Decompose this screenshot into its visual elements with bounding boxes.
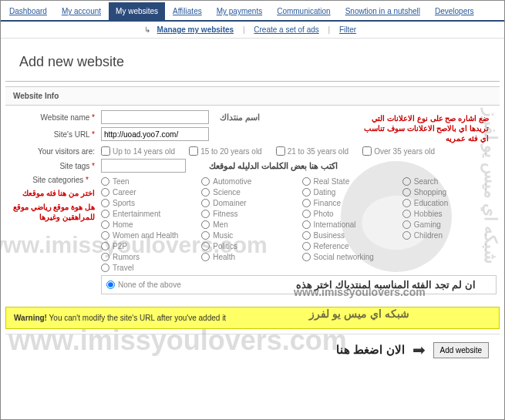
tab-developers[interactable]: Developers [428, 2, 481, 20]
cat-dating[interactable]: Dating [302, 188, 396, 197]
form-area: Website name * اسم منتداك Site's URL * ض… [1, 106, 504, 302]
cat-domainer[interactable]: Domainer [201, 199, 295, 207]
cat-travel[interactable]: Travel [101, 264, 195, 272]
cat-science[interactable]: Science [201, 188, 295, 197]
label-site-url: Site's URL * [8, 130, 101, 139]
cat-children[interactable]: Children [402, 231, 497, 240]
label-ar-sports: هل هوة موقع رياضي موقع للمراهقين وغيرها [8, 202, 95, 222]
ann-red-note: ضع اشاره صح على نوع الاعلانات التي تريده… [350, 110, 497, 146]
tab-my-account[interactable]: My account [55, 2, 108, 20]
age-35plus[interactable]: Over 35 years old [362, 146, 435, 156]
cat-politics[interactable]: Politics [201, 242, 295, 250]
tab-communication[interactable]: Communication [270, 2, 337, 20]
label-visitors: Your visitors are: [8, 147, 101, 156]
cat-reference[interactable]: Reference [302, 242, 396, 250]
cat-education[interactable]: Education [402, 199, 497, 207]
cat-women-and-health[interactable]: Women and Health [101, 231, 195, 240]
cat-sports[interactable]: Sports [101, 199, 195, 207]
subnav-filter[interactable]: Filter [339, 25, 356, 34]
nav-tabs: Dashboard My account My websites Affilia… [1, 1, 504, 22]
age-15-20[interactable]: 15 to 20 years old [189, 146, 262, 156]
page-title: Add new website [5, 43, 500, 82]
label-site-cats: Site categories * [8, 176, 95, 184]
tab-dashboard[interactable]: Dashboard [2, 2, 54, 20]
categories-grid: TeenCareerSportsEntertainmentHomeWomen a… [101, 177, 497, 272]
cat-automotive[interactable]: Automotive [201, 177, 295, 186]
subnav-create[interactable]: Create a set of ads [254, 25, 319, 34]
cat-photo[interactable]: Photo [302, 210, 396, 218]
age-14[interactable]: Up to 14 years old [101, 146, 175, 156]
cat-health[interactable]: Health [201, 253, 295, 261]
subnav: ↳ Manage my websites | Create a set of a… [1, 22, 504, 39]
cat-international[interactable]: International [302, 220, 396, 229]
cat-career[interactable]: Career [101, 188, 195, 197]
cat-rumors[interactable]: Rumors [101, 253, 195, 261]
cat-shopping[interactable]: Shopping [402, 188, 497, 197]
cat-p2p[interactable]: P2P [101, 242, 195, 250]
cat-gaming[interactable]: Gaming [402, 220, 497, 229]
cat-business[interactable]: Business [302, 231, 396, 240]
ann-none: ان لم تجد الفئه المناسبه لمنتدياك اختر ه… [186, 279, 476, 291]
cat-search[interactable]: Search [402, 177, 497, 186]
tab-my-websites[interactable]: My websites [109, 2, 165, 20]
cat-finance[interactable]: Finance [302, 199, 396, 207]
ann-website-name: اسم منتداك [220, 113, 260, 123]
ann-press-here: الان اضغط هنا [336, 343, 404, 357]
tab-affiliates[interactable]: Affiliates [166, 2, 209, 20]
site-url-input[interactable] [101, 127, 209, 141]
cat-hobbies[interactable]: Hobbies [402, 210, 497, 218]
subnav-manage[interactable]: Manage my websites [157, 25, 234, 34]
cat-social-networking[interactable]: Social networking [302, 253, 396, 261]
add-website-button[interactable]: Add website [433, 342, 489, 358]
label-website-name: Website name * [8, 113, 101, 122]
cat-entertainment[interactable]: Entertainment [101, 210, 195, 218]
cat-real-state[interactable]: Real State [302, 177, 396, 186]
add-bar: الان اضغط هنا ➡ Add website [5, 334, 500, 365]
cat-music[interactable]: Music [201, 231, 295, 240]
age-21-35[interactable]: 21 to 35 years old [276, 146, 349, 156]
cat-men[interactable]: Men [201, 220, 295, 229]
tab-my-payments[interactable]: My payments [210, 2, 269, 20]
section-website-info: Website Info [5, 86, 500, 106]
cat-teen[interactable]: Teen [101, 177, 195, 186]
warning-bar: Warning! You can't modify the site's URL… [5, 307, 500, 329]
label-ar-choose: اختر من هنا فئه موقعك [8, 189, 95, 197]
arrow-icon: ➡ [412, 341, 426, 359]
tab-snowtion[interactable]: Snowtion in a nutshell [338, 2, 427, 20]
site-tags-input[interactable] [101, 159, 186, 173]
cat-none[interactable]: None of the above [106, 281, 181, 289]
ann-tags: اكتب هنا بعض الكلمات الدليله لموقعك [209, 161, 338, 171]
website-name-input[interactable] [101, 110, 209, 124]
cat-fitness[interactable]: Fitness [201, 210, 295, 218]
cat-home[interactable]: Home [101, 220, 195, 229]
label-site-tags: Site tags * [8, 162, 101, 170]
